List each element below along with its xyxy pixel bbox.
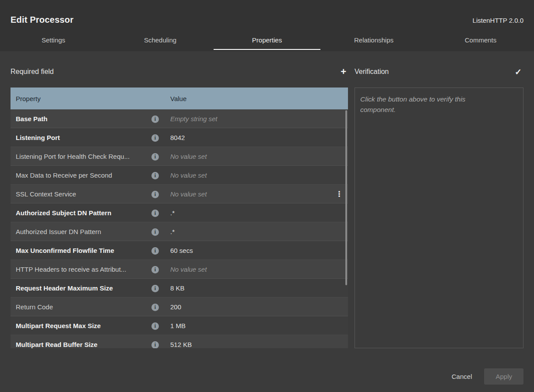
property-value: 60 secs <box>165 247 330 254</box>
property-name: Authorized Subject DN Pattern <box>16 209 151 217</box>
table-row[interactable]: Listening Port for Health Check Requ...i… <box>11 147 348 166</box>
info-icon[interactable]: i <box>151 210 159 217</box>
info-icon[interactable]: i <box>151 116 159 123</box>
property-value: 200 <box>165 303 330 311</box>
property-name: Authorized Issuer DN Pattern <box>16 228 151 235</box>
table-row[interactable]: Multipart Request Max Sizei1 MB <box>11 316 348 335</box>
tab-properties[interactable]: Properties <box>214 32 320 50</box>
property-name: Base Path <box>16 115 151 122</box>
table-row[interactable]: Max Unconfirmed Flowfile Timei60 secs <box>11 241 348 260</box>
add-property-button[interactable]: + <box>339 67 348 77</box>
table-row[interactable]: Max Data to Receive per SecondiNo value … <box>11 166 348 185</box>
table-header-row: Property Value <box>11 88 348 109</box>
property-name: Return Code <box>16 303 151 311</box>
property-name: HTTP Headers to receive as Attribut... <box>16 266 151 273</box>
column-header-value: Value <box>165 95 330 102</box>
dialog-body: Required field + Property Value Base Pat… <box>0 66 534 348</box>
property-name: Multipart Read Buffer Size <box>16 341 151 348</box>
property-value: No value set <box>165 266 330 273</box>
edit-processor-dialog: Edit Processor ListenHTTP 2.0.0 Settings… <box>0 0 534 385</box>
verify-button[interactable]: ✓ <box>513 68 523 76</box>
table-row[interactable]: Multipart Read Buffer Sizei512 KB <box>11 335 348 348</box>
info-icon[interactable]: i <box>151 228 159 236</box>
info-icon[interactable]: i <box>151 247 159 255</box>
property-name: Max Unconfirmed Flowfile Time <box>16 247 151 254</box>
tab-comments[interactable]: Comments <box>427 32 534 50</box>
table-row[interactable]: Base PathiEmpty string set <box>11 109 348 128</box>
info-icon[interactable]: i <box>151 285 159 292</box>
info-icon[interactable]: i <box>151 153 159 161</box>
properties-table: Property Value Base PathiEmpty string se… <box>11 88 348 348</box>
info-icon[interactable]: i <box>151 266 159 273</box>
property-name: Max Data to Receive per Second <box>16 172 151 179</box>
tab-settings[interactable]: Settings <box>0 32 107 50</box>
property-name: Request Header Maximum Size <box>16 284 151 292</box>
processor-version: ListenHTTP 2.0.0 <box>473 17 523 24</box>
property-value: .* <box>165 228 330 235</box>
verification-message: Click the button above to verify this co… <box>360 94 500 115</box>
check-icon: ✓ <box>515 67 522 77</box>
column-header-property: Property <box>16 95 151 102</box>
tab-scheduling[interactable]: Scheduling <box>107 32 214 50</box>
apply-button[interactable]: Apply <box>484 368 523 385</box>
property-name: Multipart Request Max Size <box>16 322 151 329</box>
verification-panel-section: Verification ✓ Click the button above to… <box>355 66 523 348</box>
properties-panel: Required field + Property Value Base Pat… <box>11 66 348 348</box>
table-scrollbar[interactable] <box>345 110 347 285</box>
property-name: SSL Context Service <box>16 190 151 198</box>
table-body: Base PathiEmpty string setListening Port… <box>11 109 348 348</box>
property-value: 8 KB <box>165 284 330 292</box>
dialog-footer: Cancel Apply <box>0 368 534 385</box>
table-row[interactable]: Return Codei200 <box>11 298 348 316</box>
more-options-icon[interactable]: ⋮ <box>336 190 343 198</box>
table-row[interactable]: Authorized Subject DN Patterni.* <box>11 203 348 222</box>
info-icon[interactable]: i <box>151 322 159 330</box>
dialog-header: Edit Processor ListenHTTP 2.0.0 Settings… <box>0 0 534 51</box>
info-icon[interactable]: i <box>151 341 159 349</box>
table-row[interactable]: Authorized Issuer DN Patterni.* <box>11 222 348 241</box>
table-row[interactable]: Request Header Maximum Sizei8 KB <box>11 279 348 298</box>
property-value: Empty string set <box>165 115 330 122</box>
cancel-button[interactable]: Cancel <box>452 373 472 380</box>
property-value: No value set <box>165 190 330 198</box>
property-value: No value set <box>165 153 330 160</box>
property-value: .* <box>165 209 330 217</box>
property-value: 1 MB <box>165 322 330 329</box>
plus-icon: + <box>341 66 346 77</box>
required-field-label: Required field <box>11 68 54 76</box>
info-icon[interactable]: i <box>151 191 159 198</box>
tab-relationships[interactable]: Relationships <box>320 32 427 50</box>
info-icon[interactable]: i <box>151 304 159 311</box>
info-icon[interactable]: i <box>151 172 159 179</box>
table-row[interactable]: HTTP Headers to receive as Attribut...iN… <box>11 260 348 279</box>
property-name: Listening Port for Health Check Requ... <box>16 153 151 160</box>
table-row[interactable]: Listening Porti8042 <box>11 128 348 147</box>
verification-panel: Click the button above to verify this co… <box>355 88 523 348</box>
tab-bar: SettingsSchedulingPropertiesRelationship… <box>0 32 534 50</box>
info-icon[interactable]: i <box>151 134 159 142</box>
property-value: 8042 <box>165 134 330 141</box>
property-value: 512 KB <box>165 341 330 348</box>
verification-label: Verification <box>355 68 389 76</box>
property-value: No value set <box>165 172 330 179</box>
property-name: Listening Port <box>16 134 151 141</box>
table-row[interactable]: SSL Context ServiceiNo value set⋮ <box>11 185 348 203</box>
page-title: Edit Processor <box>11 15 74 25</box>
